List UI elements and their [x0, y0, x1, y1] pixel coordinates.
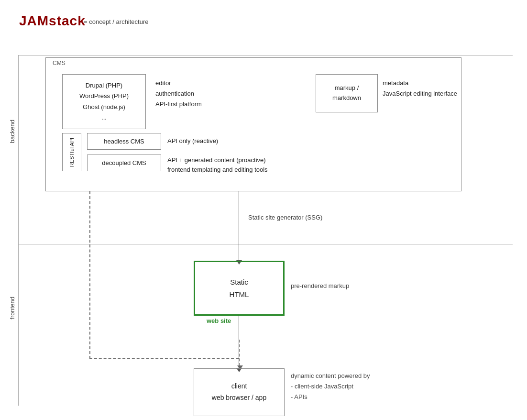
metadata-line2: JavaScript editing interface	[383, 88, 457, 99]
decoupled-line2: frontend templating and editing tools	[167, 165, 268, 175]
page-title: JAMstack	[19, 13, 86, 29]
label-frontend: frontend	[9, 297, 16, 320]
editor-line2: authentication	[155, 88, 202, 99]
markup-box: markup / markdown	[316, 74, 378, 112]
website-label: web site	[207, 317, 231, 324]
decoupled-line1: API + generated content (proactive)	[167, 155, 268, 165]
editor-text: editor authentication API-first platform	[155, 78, 202, 110]
decoupled-cms-box: decoupled CMS	[87, 155, 161, 171]
divider-top	[18, 55, 513, 55]
client-line1: client	[212, 381, 266, 392]
client-line2: web browser / app	[212, 392, 266, 404]
markup-line2: markdown	[332, 93, 361, 103]
pre-rendered-text: pre-rendered markup	[291, 282, 349, 289]
cms-line1: Drupal (PHP)	[86, 80, 122, 91]
static-html-box: Static HTML	[194, 261, 285, 316]
arrow-cms-to-static	[239, 191, 239, 261]
headless-cms-box: headless CMS	[87, 133, 161, 150]
cms-label: CMS	[53, 60, 66, 66]
metadata-line1: metadata	[383, 78, 457, 88]
editor-line1: editor	[155, 78, 202, 88]
static-line2: HTML	[230, 288, 249, 301]
markup-line1: markup /	[332, 83, 361, 93]
dynamic-text: dynamic content powered by - client-side…	[291, 371, 370, 402]
dynamic-line1: dynamic content powered by	[291, 371, 370, 381]
ssg-label: Static site generator (SSG)	[248, 214, 322, 221]
headless-api-text: API only (reactive)	[167, 136, 218, 146]
static-line1: Static	[230, 276, 249, 288]
editor-line3: API-first platform	[155, 99, 202, 110]
divider-v-left	[18, 55, 19, 406]
divider-mid	[18, 244, 513, 244]
label-backend: backend	[9, 120, 16, 143]
dashed-horizontal-line	[89, 358, 239, 359]
dynamic-line2: - client-side JavaScript	[291, 381, 370, 392]
decoupled-api-text: API + generated content (proactive) fron…	[167, 155, 268, 174]
cms-line2: WordPress (PHP)	[79, 91, 129, 101]
cms-line3: Ghost (node.js)	[83, 102, 125, 112]
cms-line4: ...	[101, 112, 107, 123]
dynamic-line3: - APIs	[291, 392, 370, 402]
client-box: client web browser / app	[194, 368, 285, 416]
dashed-vertical-line	[89, 191, 90, 359]
restful-api-box: RESTful API	[62, 133, 81, 171]
dashed-arrow-to-client	[239, 340, 240, 366]
subtitle: = concept / architecture	[84, 18, 149, 25]
cms-inner-box: Drupal (PHP) WordPress (PHP) Ghost (node…	[62, 74, 146, 129]
metadata-text: metadata JavaScript editing interface	[383, 78, 457, 99]
